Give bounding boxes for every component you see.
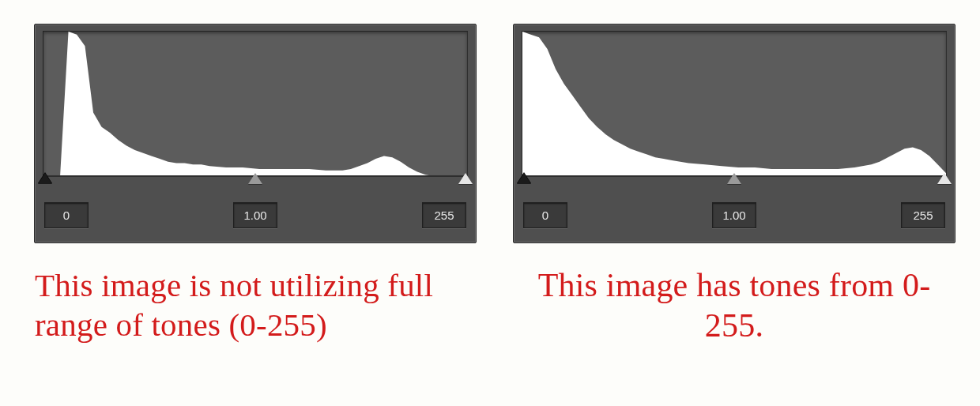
gamma-input[interactable]: 1.00	[233, 202, 277, 228]
gamma-input[interactable]: 1.00	[712, 202, 756, 228]
white-point-thumb-icon[interactable]	[937, 173, 952, 184]
white-point-thumb-icon[interactable]	[458, 173, 473, 184]
histogram-chart-icon	[43, 32, 467, 176]
white-point-input[interactable]: 255	[422, 202, 466, 228]
histogram-right	[522, 31, 947, 177]
levels-slider-track[interactable]	[43, 175, 468, 186]
levels-readouts: 0 1.00 255	[522, 202, 947, 228]
levels-readouts: 0 1.00 255	[43, 202, 468, 228]
left-column: 0 1.00 255 This image is not utilizing f…	[32, 24, 479, 346]
levels-panel-left: 0 1.00 255	[34, 24, 477, 243]
gamma-thumb-icon[interactable]	[248, 173, 262, 184]
comparison-row: 0 1.00 255 This image is not utilizing f…	[0, 0, 980, 346]
caption-left: This image is not utilizing full range o…	[32, 265, 479, 344]
gamma-thumb-icon[interactable]	[727, 173, 741, 184]
black-point-input[interactable]: 0	[523, 202, 567, 228]
right-column: 0 1.00 255 This image has tones from 0-2…	[511, 24, 958, 346]
levels-slider-track[interactable]	[522, 175, 947, 186]
caption-right: This image has tones from 0-255.	[511, 265, 958, 346]
histogram-chart-icon	[522, 32, 946, 176]
black-point-input[interactable]: 0	[44, 202, 89, 228]
white-point-input[interactable]: 255	[901, 202, 945, 228]
black-point-thumb-icon[interactable]	[38, 173, 52, 184]
histogram-left	[43, 31, 468, 177]
black-point-thumb-icon[interactable]	[517, 173, 531, 184]
levels-panel-right: 0 1.00 255	[513, 24, 956, 243]
